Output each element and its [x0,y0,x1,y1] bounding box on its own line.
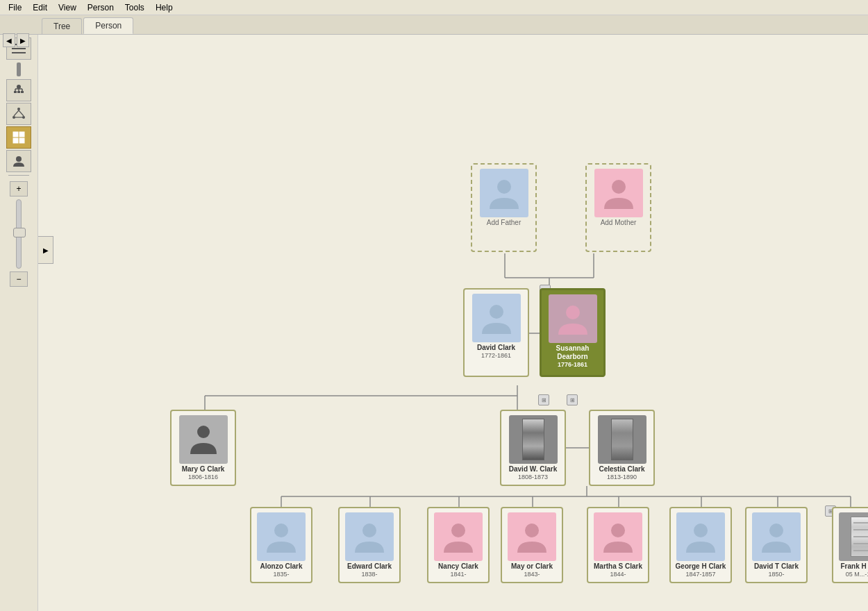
alonzo-avatar [257,512,306,561]
menu-edit[interactable]: Edit [27,1,53,14]
david-clark-card[interactable]: David Clark 1772-1861 [463,288,529,377]
david-t-card[interactable]: David T Clark 1850- [745,507,808,583]
tree-canvas[interactable]: Add Father Add Mother ⊞ David Clark 1772… [38,35,868,611]
may-or-name: May or Clark [509,562,555,571]
svg-point-50 [451,524,465,537]
person-view-btn[interactable] [6,150,31,172]
david-clark-name: David Clark [475,344,517,352]
svg-point-44 [612,180,626,194]
svg-line-15 [14,110,19,116]
david-w-dates: 1808-1873 [518,474,548,480]
may-or-dates: 1843- [524,571,540,578]
david-clark-avatar [472,294,521,342]
alonzo-card[interactable]: Alonzo Clark 1835- [250,507,312,583]
sidebar-collapse-btn[interactable]: ▶ [38,236,53,264]
george-h-dates: 1847-1857 [685,571,715,578]
svg-rect-6 [21,91,24,93]
tab-tree[interactable]: Tree [42,18,82,34]
svg-rect-1 [12,48,26,49]
david-t-dates: 1850- [768,571,784,578]
svg-rect-5 [17,91,20,93]
celestia-dates: 1813-1890 [607,474,637,480]
svg-point-47 [197,426,210,438]
nancy-avatar [434,512,483,561]
tab-person[interactable]: Person [83,17,133,34]
home-tree-btn[interactable] [6,79,31,101]
menu-help[interactable]: Help [150,1,178,14]
celestia-avatar [598,415,646,464]
frank-h-card[interactable]: Frank H Clark 05 M...-1920 [832,507,868,583]
network-btn[interactable] [6,103,31,125]
menu-view[interactable]: View [53,1,82,14]
alonzo-name: Alonzo Clark [258,562,304,571]
mary-g-avatar [179,415,228,464]
add-mother-card[interactable]: Add Mother [585,163,651,252]
david-t-avatar [752,512,801,561]
svg-point-49 [362,524,376,537]
mary-g-card[interactable]: Mary G Clark 1806-1816 [170,410,236,486]
menubar: File Edit View Person Tools Help [0,0,868,15]
add-mother-name: Add Mother [599,219,639,227]
divider [8,175,29,176]
edward-avatar [345,512,394,561]
mary-g-name: Mary G Clark [180,465,227,474]
add-father-avatar [480,169,528,217]
martha-avatar [594,512,642,561]
martha-name: Martha S Clark [592,562,644,571]
main-layout: + − ▶ [0,35,868,611]
frank-h-dates: 05 M...-1920 [846,571,868,578]
svg-point-53 [694,524,708,537]
add-father-card[interactable]: Add Father [471,163,537,252]
david-w-name: David W. Clark [507,465,559,474]
svg-point-22 [16,156,22,162]
svg-point-54 [769,524,783,537]
alonzo-dates: 1835- [273,571,289,578]
svg-rect-21 [19,138,24,143]
susannah-card[interactable]: Susannah Dearborn 1776-1861 [540,288,606,377]
fan-chart-btn[interactable] [6,126,31,149]
middle-couple-icon[interactable]: ⊞ [538,394,549,405]
svg-rect-2 [12,52,26,53]
martha-card[interactable]: Martha S Clark 1844- [587,507,649,583]
may-or-avatar [508,512,556,561]
nancy-dates: 1841- [450,571,466,578]
celestia-name: Celestia Clark [596,465,646,474]
frank-h-avatar [839,512,868,561]
susannah-avatar [549,294,597,343]
menu-file[interactable]: File [3,1,27,14]
add-father-name: Add Father [485,219,523,227]
nav-back[interactable]: ◀ [3,33,15,47]
separator-icon [17,62,21,76]
edward-name: Edward Clark [345,562,394,571]
svg-point-43 [497,180,511,194]
celestia-card[interactable]: Celestia Clark 1813-1890 [589,410,655,486]
edward-card[interactable]: Edward Clark 1838- [338,507,401,583]
may-or-card[interactable]: May or Clark 1843- [501,507,563,583]
david-t-name: David T Clark [752,562,801,571]
nancy-name: Nancy Clark [436,562,481,571]
svg-point-51 [525,524,539,537]
menu-tools[interactable]: Tools [119,1,150,14]
zoom-control: + − [10,181,28,287]
george-h-name: George H Clark [674,562,728,571]
nav-forward[interactable]: ▶ [17,33,29,47]
david-w-avatar [509,415,558,464]
zoom-slider-thumb[interactable] [13,228,26,237]
svg-point-12 [17,108,20,110]
svg-rect-19 [19,132,24,137]
menu-person[interactable]: Person [82,1,119,14]
svg-point-52 [611,524,625,537]
david-w-card[interactable]: David W. Clark 1808-1873 [500,410,566,486]
susannah-dates: 1776-1861 [558,361,587,368]
add-mother-avatar [594,169,643,217]
svg-rect-20 [13,138,18,143]
tabbar: ◀ ▶ Tree Person [0,15,868,35]
zoom-out-btn[interactable]: − [10,271,28,287]
martha-dates: 1844- [610,571,626,578]
zoom-slider-track[interactable] [16,199,22,269]
george-h-card[interactable]: George H Clark 1847-1857 [669,507,732,583]
bottom-couple-icon[interactable]: ⊞ [567,394,578,405]
zoom-in-btn[interactable]: + [10,181,28,196]
nancy-card[interactable]: Nancy Clark 1841- [427,507,490,583]
svg-point-45 [490,305,503,319]
